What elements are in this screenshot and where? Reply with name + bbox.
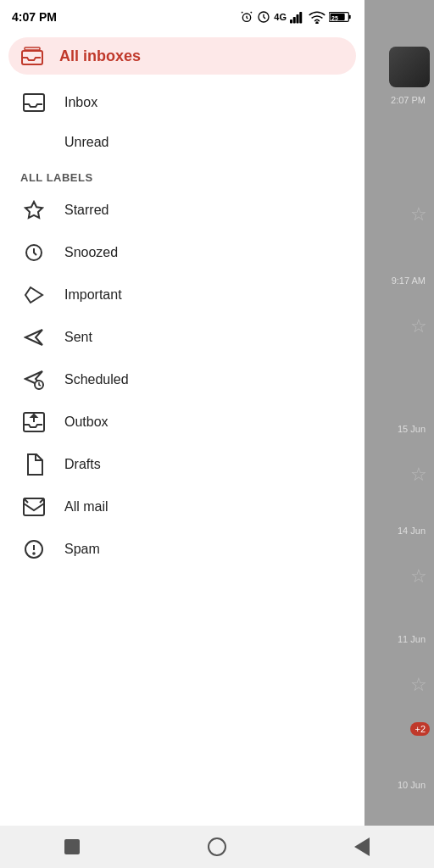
sidebar-item-spam[interactable]: Spam: [0, 528, 364, 570]
navigation-drawer: 4:07 PM 4G 25: [0, 0, 364, 868]
svg-rect-8: [348, 15, 350, 19]
signal-icon: [290, 10, 305, 24]
time-display: 4:07 PM: [12, 10, 57, 24]
svg-rect-13: [24, 94, 44, 111]
bottom-navigation: [0, 826, 434, 868]
home-circle-button[interactable]: [192, 830, 242, 864]
sidebar-item-snoozed[interactable]: Snoozed: [0, 231, 364, 274]
date-4: 14 Jun: [398, 526, 426, 536]
all-inboxes-icon: [20, 46, 46, 66]
important-icon: [20, 286, 47, 304]
back-square-button[interactable]: [47, 830, 97, 864]
inbox-icon: [20, 93, 47, 112]
date-1: 2:07 PM: [391, 95, 426, 105]
square-icon: [64, 839, 80, 854]
triangle-icon: [354, 837, 370, 856]
sidebar-item-starred[interactable]: Starred: [0, 189, 364, 231]
outbox-label: Outbox: [64, 415, 108, 430]
plus-badge: +2: [410, 722, 430, 736]
svg-rect-5: [299, 12, 302, 24]
svg-text:25: 25: [331, 15, 338, 21]
star-nav-icon: [20, 200, 47, 220]
allmail-label: All mail: [64, 499, 108, 515]
star-5[interactable]: ☆: [410, 674, 427, 696]
svg-point-6: [316, 22, 318, 24]
date-5: 11 Jun: [398, 634, 426, 644]
sidebar-item-allmail[interactable]: All mail: [0, 486, 364, 528]
snoozed-label: Snoozed: [64, 245, 118, 260]
star-4[interactable]: ☆: [410, 565, 427, 587]
sidebar-item-sent[interactable]: Sent: [0, 316, 364, 359]
sidebar-item-unread[interactable]: Unread: [0, 124, 364, 161]
all-inboxes-label: All inboxes: [59, 47, 141, 65]
scheduled-icon: [20, 370, 47, 390]
sent-label: Sent: [64, 330, 92, 345]
all-inboxes-button[interactable]: All inboxes: [8, 37, 356, 75]
date-2: 9:17 AM: [392, 275, 426, 286]
unread-label: Unread: [64, 135, 108, 150]
background-panel: 2:07 PM ☆ 9:17 AM ☆ 15 Jun ☆ 14 Jun ☆ 11…: [364, 0, 434, 868]
svg-marker-17: [25, 330, 42, 345]
svg-rect-4: [297, 14, 299, 24]
back-triangle-button[interactable]: [337, 830, 387, 864]
sent-icon: [20, 328, 47, 347]
circle-icon: [208, 837, 226, 856]
svg-rect-2: [290, 19, 292, 24]
alarm-icon: [240, 10, 253, 24]
status-icons: 4G 25: [240, 10, 353, 24]
drafts-icon: [20, 453, 47, 476]
network-icon: 4G: [274, 12, 287, 22]
sidebar-item-scheduled[interactable]: Scheduled: [0, 359, 364, 401]
date-3: 15 Jun: [398, 424, 426, 434]
spam-label: Spam: [64, 542, 100, 557]
spam-icon: [20, 539, 47, 559]
sidebar-item-inbox[interactable]: Inbox: [0, 81, 364, 124]
svg-marker-14: [25, 202, 42, 218]
outbox-icon: [20, 412, 47, 432]
inbox-label: Inbox: [64, 95, 97, 110]
drafts-label: Drafts: [64, 457, 101, 472]
status-bar: 4:07 PM 4G 25: [0, 0, 364, 34]
star-1[interactable]: ☆: [410, 203, 427, 225]
svg-rect-12: [25, 47, 40, 50]
wifi-icon: [309, 10, 326, 24]
avatar: [389, 47, 430, 87]
all-labels-section: ALL LABELS: [0, 161, 364, 189]
svg-point-26: [33, 553, 35, 554]
sidebar-item-drafts[interactable]: Drafts: [0, 443, 364, 486]
important-label: Important: [64, 287, 122, 303]
sidebar-item-important[interactable]: Important: [0, 274, 364, 316]
svg-rect-3: [293, 17, 296, 24]
allmail-icon: [20, 498, 47, 516]
inbox-stack-icon: [21, 47, 45, 65]
clock-icon: [257, 10, 270, 24]
clock-nav-icon: [20, 242, 47, 263]
battery-icon: 25: [329, 10, 353, 24]
svg-marker-16: [25, 287, 42, 303]
date-6: 10 Jun: [398, 780, 426, 790]
sidebar-item-outbox[interactable]: Outbox: [0, 401, 364, 443]
star-2[interactable]: ☆: [410, 315, 427, 337]
scheduled-label: Scheduled: [64, 372, 129, 387]
star-3[interactable]: ☆: [410, 464, 427, 486]
starred-label: Starred: [64, 203, 108, 218]
